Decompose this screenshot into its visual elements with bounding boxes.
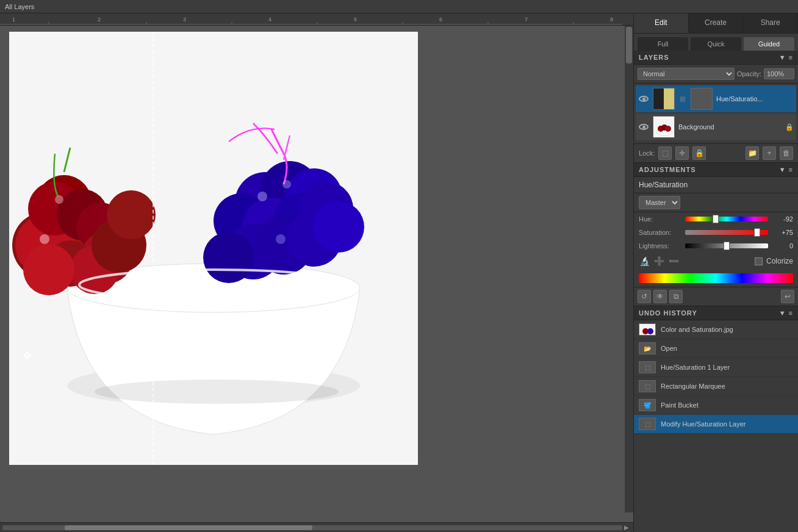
undo-item-open[interactable]: 📂 Open [634,339,798,358]
layers-list: ⛓ Hue/Saturatio... [634,84,798,143]
adj-undo-btn[interactable]: ↩ [781,290,794,303]
saturation-label: Saturation: [639,229,681,236]
adjustments-header: ADJUSTMENTS ▼ ≡ [634,163,798,177]
svg-point-43 [203,232,254,283]
hue-label: Hue: [639,215,681,223]
lightness-slider-track[interactable] [685,243,768,248]
lock-position-btn[interactable]: ✛ [675,146,689,160]
layer-name-hue: Hue/Saturatio... [716,95,794,102]
undo-history-header: UNDO HISTORY ▼ ≡ [634,306,798,320]
horizontal-scrollbar[interactable]: ▶ [0,522,633,532]
colorize-label: Colorize [766,257,793,265]
lightness-label: Lightness: [639,242,681,250]
saturation-slider-row: Saturation: +75 [634,226,798,239]
colorize-checkbox[interactable] [755,257,763,265]
svg-point-56 [665,126,671,132]
layer-visibility-hue[interactable] [638,93,649,104]
opacity-input[interactable] [764,68,794,79]
remove-sample-icon[interactable]: ➖ [668,256,679,267]
new-group-btn[interactable]: 📁 [746,146,759,160]
svg-point-46 [282,180,291,189]
lightness-slider-thumb[interactable] [724,242,730,250]
undo-hue-label: Hue/Saturation 1 Layer [661,364,730,371]
lock-pixels-btn[interactable]: ⬚ [658,146,672,160]
undo-paint-label: Paint Bucket [661,401,699,409]
tab-create[interactable]: Create [689,13,744,33]
adj-expand-icon[interactable]: ▼ [779,166,786,173]
undo-item-paint[interactable]: 🪣 Paint Bucket [634,396,798,415]
layer-lock-icon: 🔒 [785,123,794,131]
layer-item-background[interactable]: Background 🔒 [636,113,796,140]
panel-tabs: Edit Create Share [634,13,798,34]
saturation-slider-track[interactable] [685,230,768,235]
add-sample-icon[interactable]: ➕ [653,256,664,267]
hue-slider-thumb[interactable] [713,215,719,223]
blend-mode-select[interactable]: Normal [638,68,735,80]
canvas-wrapper[interactable]: ✥ [0,26,624,522]
layers-expand-icon[interactable]: ▼ [779,54,786,61]
scroll-thumb[interactable] [626,27,632,63]
undo-item-modify[interactable]: ⬚ Modify Hue/Saturation Layer [634,415,798,434]
adj-clip-btn[interactable]: ⧉ [669,290,683,303]
horizontal-ruler: 1 2 3 4 5 6 7 8 [0,13,633,26]
eyedropper-icon[interactable]: 🔬 [639,256,650,267]
eye-icon-bg [639,124,649,130]
svg-text:4: 4 [268,16,271,23]
layers-controls: Normal Opacity: [634,65,798,84]
undo-item-marquee[interactable]: ⬚ Rectangular Marquee [634,377,798,396]
layer-mask-thumb [691,88,713,110]
adj-visibility-btn[interactable]: 👁 [653,290,667,303]
undo-settings-icon[interactable]: ≡ [789,309,793,317]
adjustment-name: Hue/Saturation [634,177,798,193]
lightness-slider-row: Lightness: 0 [634,239,798,253]
canvas-area: 1 2 3 4 5 6 7 8 [0,13,633,532]
layer-visibility-bg[interactable] [638,121,649,132]
main-layout: 1 2 3 4 5 6 7 8 [0,13,798,532]
undo-hue-icon: ⬚ [639,361,656,373]
undo-item-hue-layer[interactable]: ⬚ Hue/Saturation 1 Layer [634,358,798,377]
layer-item-hue-saturation[interactable]: ⛓ Hue/Saturatio... [636,85,796,112]
adj-reset-btn[interactable]: ↺ [638,290,651,303]
svg-text:8: 8 [610,16,613,23]
undo-filename-row: Color and Saturation.jpg [634,320,798,339]
lock-row: Lock: ⬚ ✛ 🔒 📁 + 🗑 [634,143,798,162]
delete-layer-btn[interactable]: 🗑 [780,146,793,160]
adj-bottom-toolbar: ↺ 👁 ⧉ ↩ [634,287,798,306]
saturation-value: +75 [772,229,793,236]
undo-marquee-label: Rectangular Marquee [661,383,725,390]
undo-modify-label: Modify Hue/Saturation Layer [661,420,746,428]
colorize-row: 🔬 ➕ ➖ Colorize [634,253,798,270]
svg-point-48 [40,234,49,244]
layer-chain-icon: ⛓ [678,95,687,103]
channel-select[interactable]: Master [639,196,680,209]
new-layer-btn[interactable]: + [763,146,776,160]
all-layers-label: All Layers [5,3,34,10]
mode-full[interactable]: Full [638,37,688,51]
svg-text:3: 3 [183,16,186,23]
svg-text:7: 7 [525,16,528,23]
adjustments-section: ADJUSTMENTS ▼ ≡ Hue/Saturation Master Hu… [634,162,798,306]
saturation-slider-thumb[interactable] [754,228,760,237]
mode-guided[interactable]: Guided [744,37,794,51]
hue-slider-track[interactable] [685,217,768,221]
vertical-scrollbar[interactable] [625,26,633,512]
mode-quick[interactable]: Quick [691,37,741,51]
scroll-arrow-right[interactable]: ▶ [622,523,631,532]
svg-rect-0 [0,13,622,26]
undo-file-icon [639,323,656,336]
layers-settings-icon[interactable]: ≡ [789,54,793,61]
tab-share[interactable]: Share [743,13,798,33]
lock-all-btn[interactable]: 🔒 [692,146,706,160]
undo-open-icon: 📂 [639,342,656,354]
svg-point-49 [55,195,63,204]
adj-settings-icon[interactable]: ≡ [789,166,793,173]
undo-expand-icon[interactable]: ▼ [779,309,786,317]
right-panel: Edit Create Share Full Quick Guided LAYE… [633,13,798,532]
svg-point-44 [313,201,364,253]
mode-tabs: Full Quick Guided [634,34,798,51]
tab-edit[interactable]: Edit [634,13,689,33]
opacity-label: Opacity: [737,70,761,77]
hue-slider-row: Hue: -92 [634,212,798,226]
eye-icon-hue [639,96,649,102]
undo-marquee-icon: ⬚ [639,380,656,392]
